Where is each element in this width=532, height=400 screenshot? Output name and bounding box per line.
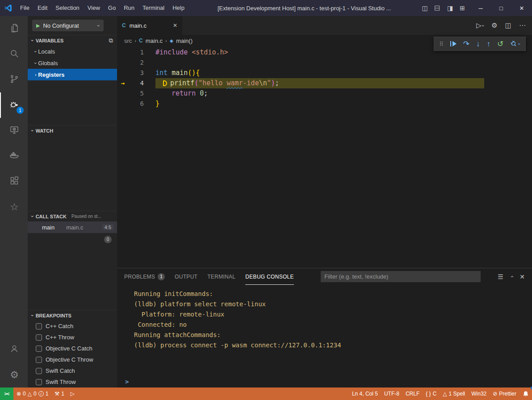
menu-terminal[interactable]: Terminal — [138, 0, 168, 16]
tools-status[interactable]: ⚒1 — [51, 388, 67, 400]
breakpoints-section-header[interactable]: › BREAKPOINTS — [28, 310, 117, 321]
breadcrumb-symbol[interactable]: main() — [176, 38, 193, 44]
current-line-arrow-icon[interactable]: → — [117, 78, 129, 88]
activity-docker[interactable] — [0, 143, 28, 169]
cursor-position[interactable]: Ln 4, Col 5 — [349, 388, 381, 400]
gutter-glyph[interactable] — [117, 58, 129, 68]
debug-status[interactable]: ▷ — [67, 388, 78, 400]
prettier-status[interactable]: ⊘Prettier — [490, 388, 519, 400]
checkbox[interactable] — [36, 323, 42, 329]
menu-help[interactable]: Help — [168, 0, 189, 16]
toggle-panel-icon[interactable]: ◫ — [434, 5, 441, 11]
menu-file[interactable]: File — [16, 0, 34, 16]
launch-config-dropdown[interactable]: ▶ No Configurat › — [32, 20, 104, 31]
maximize-button[interactable]: □ — [491, 0, 511, 16]
gutter-glyph[interactable] — [117, 99, 129, 109]
menu-go[interactable]: Go — [104, 0, 120, 16]
tab-terminal[interactable]: TERMINAL — [207, 268, 235, 285]
breakpoint-swift-catch[interactable]: Swift Catch — [28, 365, 117, 376]
activity-favorites[interactable]: ☆ — [0, 194, 28, 220]
step-into-button[interactable]: ↓ — [476, 40, 480, 48]
callstack-section-header[interactable]: › CALL STACK Paused on st... — [28, 211, 117, 221]
continue-button[interactable] — [450, 41, 457, 46]
watch-section-header[interactable]: › WATCH — [28, 125, 117, 136]
maximize-panel-icon[interactable]: › — [509, 275, 515, 277]
eol-selector[interactable]: CRLF — [402, 388, 423, 400]
activity-source-control[interactable] — [0, 67, 28, 92]
remote-indicator[interactable]: >< — [0, 388, 13, 400]
close-panel-icon[interactable]: ✕ — [519, 273, 525, 280]
breakpoint-swift-throw[interactable]: Swift Throw — [28, 376, 117, 388]
breakpoint-objc-catch[interactable]: Objective C Catch — [28, 343, 117, 354]
tab-output[interactable]: OUTPUT — [175, 268, 197, 285]
breadcrumb-folder[interactable]: src — [124, 38, 132, 44]
tab-problems[interactable]: PROBLEMS1 — [124, 268, 165, 285]
activity-accounts[interactable] — [0, 337, 28, 362]
gutter-glyph[interactable] — [117, 47, 129, 58]
restart-button[interactable]: ↺ — [497, 40, 503, 48]
checkbox[interactable] — [36, 379, 42, 385]
menu-selection[interactable]: Selection — [51, 0, 83, 16]
checkbox[interactable] — [36, 368, 42, 374]
problems-status[interactable]: ⊗0 △0 i1 — [13, 388, 51, 400]
variables-item-registers[interactable]: › Registers — [28, 69, 117, 80]
more-actions-icon[interactable]: ⋯ — [519, 21, 526, 29]
menu-view[interactable]: View — [84, 0, 104, 16]
close-button[interactable]: ✕ — [511, 0, 532, 16]
disconnect-button[interactable]: › — [510, 40, 520, 47]
code-line[interactable]: 5 return 0; — [117, 88, 532, 99]
settings-gear-icon[interactable]: ⚙ — [491, 21, 497, 29]
minimize-button[interactable]: ─ — [470, 0, 491, 16]
console-filter-input[interactable] — [321, 271, 481, 282]
code-line[interactable]: 3 int main(){ — [117, 68, 532, 78]
gutter-glyph[interactable] — [117, 88, 129, 99]
tab-main-c[interactable]: C main.c ✕ — [117, 16, 182, 35]
checkbox[interactable] — [36, 334, 42, 341]
run-file-button[interactable]: ▷› — [476, 21, 484, 29]
activity-explorer[interactable] — [0, 16, 28, 42]
start-debug-icon[interactable]: ▶ — [36, 23, 40, 29]
checkbox[interactable] — [36, 346, 42, 352]
code-line-current[interactable]: → 4 printf("hello wamr-ide\n"); — [117, 78, 532, 88]
notifications-bell[interactable] — [519, 388, 532, 400]
code-line[interactable]: 6 } — [117, 99, 532, 109]
console-prompt-icon[interactable]: > — [125, 378, 129, 385]
filter-menu-icon[interactable]: ☰ — [498, 273, 503, 280]
toggle-secondary-sidebar-icon[interactable]: ◨ — [447, 4, 453, 12]
step-out-button[interactable]: ↑ — [487, 40, 491, 48]
inline-breakpoint-icon[interactable] — [163, 80, 167, 86]
code-editor[interactable]: 1 #include <stdio.h> 2 3 int main(){ → 4… — [117, 46, 532, 268]
breadcrumb-file[interactable]: main.c — [146, 38, 163, 44]
breakpoint-cpp-throw[interactable]: C++ Throw — [28, 332, 117, 343]
gutter-glyph[interactable] — [117, 68, 129, 78]
encoding-selector[interactable]: UTF-8 — [381, 388, 402, 400]
step-over-button[interactable]: ↷ — [463, 40, 469, 48]
language-selector[interactable]: { }C — [423, 388, 440, 400]
variables-section-header[interactable]: › VARIABLES ⧉ — [28, 35, 117, 46]
toggle-sidebar-icon[interactable]: ◫ — [422, 4, 428, 12]
drag-grip-icon[interactable]: ⠿ — [439, 41, 444, 47]
variables-item-globals[interactable]: › Globals — [28, 57, 117, 69]
spell-checker-status[interactable]: △1 Spell — [440, 388, 468, 400]
customize-layout-icon[interactable]: ⊞ — [460, 4, 465, 12]
menu-run[interactable]: Run — [120, 0, 138, 16]
files-icon — [9, 23, 20, 35]
breakpoint-objc-throw[interactable]: Objective C Throw — [28, 354, 117, 365]
code-line[interactable]: 2 — [117, 58, 532, 68]
variables-item-locals[interactable]: › Locals — [28, 46, 117, 57]
tab-close-icon[interactable]: ✕ — [173, 22, 177, 29]
stack-frame-row[interactable]: main main.c 4:5 — [28, 221, 117, 233]
tab-debug-console[interactable]: DEBUG CONSOLE — [245, 268, 294, 285]
activity-remote-explorer[interactable] — [0, 118, 28, 143]
copy-icon[interactable]: ⧉ — [109, 37, 113, 44]
checkbox[interactable] — [36, 357, 42, 363]
platform-status[interactable]: Win32 — [468, 388, 490, 400]
menu-edit[interactable]: Edit — [34, 0, 51, 16]
split-editor-icon[interactable]: ◫ — [505, 21, 511, 29]
activity-search[interactable] — [0, 42, 28, 67]
activity-settings[interactable]: ⚙ — [0, 362, 28, 388]
activity-run-debug[interactable]: 1 — [0, 92, 28, 118]
debug-console-output[interactable]: Running initCommands: (lldb) platform se… — [117, 285, 532, 388]
breakpoint-cpp-catch[interactable]: C++ Catch — [28, 321, 117, 332]
activity-extensions[interactable] — [0, 169, 28, 194]
